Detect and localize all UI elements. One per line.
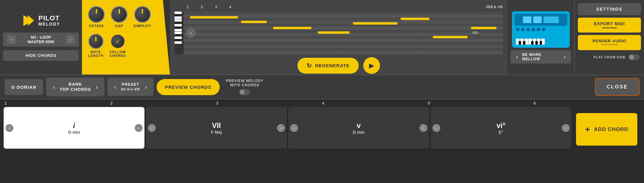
left-panel: PILOT MELODY ‹ M1 - LOOP MASTER 5000 › H… [0, 0, 82, 74]
regenerate-icon: ↻ [307, 62, 312, 69]
regenerate-label: REGENERATE [315, 63, 349, 68]
chord-2-next-button[interactable]: › [277, 124, 285, 132]
chord-4-next-button[interactable]: › [562, 124, 570, 132]
logo-subtitle: MELODY [39, 22, 60, 26]
follow-chords-label: FOLLOW CHORDS [110, 50, 126, 57]
chord-3-numeral: v [357, 121, 361, 130]
bank-next-button[interactable]: › [94, 83, 100, 91]
edit-icon[interactable]: ✏ [473, 29, 479, 37]
synth-image [512, 11, 570, 48]
simplify-group: SIMPLIFY [134, 6, 151, 28]
key-button[interactable]: G DORIAN [5, 79, 43, 95]
octave-group: OCTAVE [88, 6, 105, 28]
chord-bar: G DORIAN ‹ BANK TOP CHORDS › ‹ PRESET II… [0, 74, 644, 99]
chord-4-numeral: vi° [497, 121, 506, 130]
idea-label: IDEA #5 [486, 5, 503, 9]
controls-panel: OCTAVE GAP SIMPLIFY NOTE LENGTH ✓ [82, 0, 170, 74]
midi-waveform-icon: ▬▬▬▬▬▬ [581, 26, 637, 29]
hide-chords-button[interactable]: HIDE CHORDS [3, 50, 79, 61]
octave-label: OCTAVE [89, 24, 104, 28]
timeline-num-2: 2 [110, 101, 216, 105]
preview-melody-group: PREVIEW MELODY WITH CHORDS [226, 79, 263, 95]
mellow-prev-button[interactable]: ‹ [514, 53, 520, 61]
settings-button[interactable]: SETTINGS [578, 3, 641, 15]
audio-wave-icon: 〜〜〜〜〜〜 [581, 43, 637, 47]
gap-group: GAP [111, 6, 127, 28]
follow-chords-group: ✓ FOLLOW CHORDS [110, 34, 126, 57]
chord-3-next-button[interactable]: › [419, 124, 427, 132]
right-panel: SETTINGS EXPORT MIDI ▬▬▬▬▬▬ RENDER AUDIO… [574, 0, 644, 74]
chord-cell-1: ‹ i G min › [4, 107, 144, 149]
play-from-daw-group: PLAY FROM DAW [578, 53, 641, 62]
add-chord-button[interactable]: + ADD CHORD [576, 113, 637, 146]
mellow-next-button[interactable]: › [562, 53, 568, 61]
chord-2-prev-button[interactable]: ‹ [148, 124, 156, 132]
measure-4: 4 [229, 5, 231, 9]
simplify-knob[interactable] [134, 6, 151, 23]
chord-1-name: G min [68, 130, 80, 135]
preset-chord-label: PRESET III-V-I-VII [121, 82, 140, 92]
chord-1-prev-button[interactable]: ‹ [5, 124, 13, 132]
export-midi-button[interactable]: EXPORT MIDI ▬▬▬▬▬▬ [578, 18, 641, 33]
timeline-num-4: 4 [322, 101, 428, 105]
play-from-daw-toggle[interactable] [629, 54, 639, 60]
timeline-num-1: 1 [5, 101, 110, 105]
preset-nav: ‹ M1 - LOOP MASTER 5000 › [3, 33, 79, 47]
toggle-thumb [629, 55, 634, 60]
chord-2-name: F Maj [211, 130, 222, 135]
bank-label: BANK TOP CHORDS [60, 82, 91, 92]
simplify-label: SIMPLIFY [134, 24, 151, 28]
logo-icon [22, 14, 36, 27]
octave-knob[interactable] [88, 6, 105, 23]
gap-knob[interactable] [111, 6, 127, 23]
preview-melody-toggle[interactable] [239, 89, 250, 95]
preset-chord-next-button[interactable]: › [143, 83, 149, 91]
logo-text: PILOT MELODY [39, 15, 60, 26]
chord-4-prev-button[interactable]: ‹ [432, 124, 440, 132]
bank-nav: ‹ BANK TOP CHORDS › [46, 78, 104, 96]
regenerate-button[interactable]: ↻ REGENERATE [297, 58, 358, 74]
preset-chord-prev-button[interactable]: ‹ [112, 83, 118, 91]
piano-roll-section: 1 2 3 4 IDEA #5 [170, 0, 507, 74]
preview-melody-thumb [240, 90, 245, 95]
roll-back-button[interactable]: ‹ [186, 28, 196, 38]
synth-section: ‹ BE MORE MELLOW › [507, 0, 574, 74]
timeline-num-5: 5 [428, 101, 534, 105]
mellow-label: BE MORE MELLOW [522, 53, 560, 61]
note-length-group: NOTE LENGTH [88, 34, 103, 57]
mellow-nav: ‹ BE MORE MELLOW › [510, 50, 571, 64]
play-from-daw-label: PLAY FROM DAW [594, 55, 625, 59]
add-chord-label: ADD CHORD [594, 126, 628, 133]
preset-prev-button[interactable]: ‹ [7, 35, 16, 44]
measure-3: 3 [215, 5, 217, 9]
chord-2-numeral: VII [212, 121, 221, 130]
gap-label: GAP [115, 24, 123, 28]
bank-prev-button[interactable]: ‹ [51, 83, 57, 91]
play-icon: ▶ [369, 62, 374, 70]
chord-1-next-button[interactable]: › [135, 124, 143, 132]
measure-1: 1 [187, 5, 189, 9]
svg-marker-1 [28, 15, 34, 26]
note-length-label: NOTE LENGTH [88, 50, 103, 57]
follow-chords-knob[interactable]: ✓ [110, 34, 125, 49]
measure-2: 2 [201, 5, 203, 9]
chord-4-name: E° [499, 130, 503, 135]
chord-3-prev-button[interactable]: ‹ [290, 124, 298, 132]
chord-1-numeral: i [73, 121, 75, 130]
chord-cell-4: ‹ vi° E° › [431, 107, 571, 149]
preset-name: M1 - LOOP MASTER 5000 [28, 35, 54, 44]
add-chord-plus-icon: + [585, 125, 590, 134]
preset-next-button[interactable]: › [66, 35, 75, 44]
timeline-num-6: 6 [534, 101, 639, 105]
play-button[interactable]: ▶ [363, 57, 380, 74]
note-length-knob[interactable] [88, 34, 103, 49]
logo-area: PILOT MELODY [22, 14, 60, 27]
timeline-num-3: 3 [216, 101, 322, 105]
chord-timeline: 1 2 3 4 5 6 ‹ i G min › ‹ VII F Maj › [0, 99, 644, 151]
render-audio-button[interactable]: RENDER AUDIO 〜〜〜〜〜〜 [578, 35, 641, 50]
preview-chords-button[interactable]: PREVIEW CHORDS [157, 79, 220, 95]
chord-3-name: D min [353, 130, 364, 135]
chord-cell-2: ‹ VII F Maj › [146, 107, 287, 149]
close-button[interactable]: CLOSE [595, 78, 639, 96]
preview-melody-label: PREVIEW MELODY WITH CHORDS [226, 79, 263, 88]
